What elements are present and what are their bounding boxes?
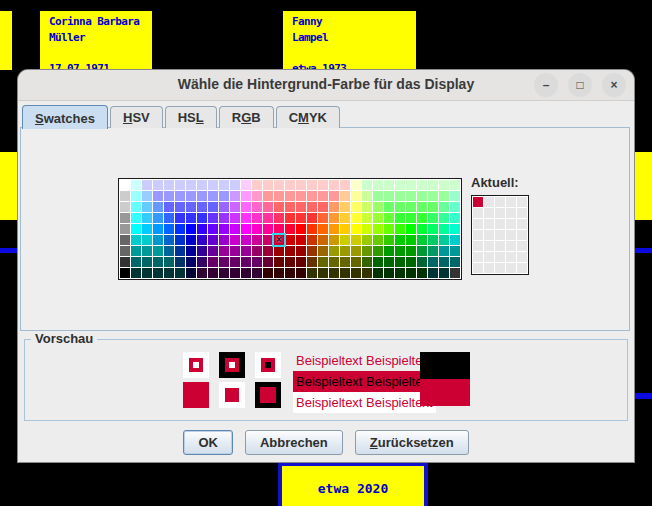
swatch-cell[interactable]: [274, 268, 284, 278]
swatch-cell[interactable]: [318, 213, 328, 223]
swatch-cell[interactable]: [296, 246, 306, 256]
swatch-cell[interactable]: [131, 224, 141, 234]
swatch-cell[interactable]: [406, 246, 416, 256]
swatch-cell[interactable]: [186, 246, 196, 256]
swatch-cell[interactable]: [142, 213, 152, 223]
swatch-cell[interactable]: [395, 246, 405, 256]
recent-swatch-cell[interactable]: [473, 230, 483, 240]
swatch-cell[interactable]: [450, 246, 460, 256]
swatch-cell[interactable]: [164, 224, 174, 234]
recent-swatch-cell[interactable]: [484, 219, 494, 229]
swatch-cell[interactable]: [175, 213, 185, 223]
swatch-cell[interactable]: [428, 257, 438, 267]
swatch-cell[interactable]: [329, 268, 339, 278]
swatch-cell[interactable]: [197, 213, 207, 223]
swatch-cell[interactable]: [384, 191, 394, 201]
swatch-cell[interactable]: [230, 246, 240, 256]
swatch-cell[interactable]: [362, 202, 372, 212]
swatch-cell[interactable]: [186, 180, 196, 190]
swatch-cell[interactable]: [153, 191, 163, 201]
swatch-cell[interactable]: [340, 257, 350, 267]
swatch-cell[interactable]: [318, 257, 328, 267]
swatch-cell[interactable]: [395, 268, 405, 278]
swatch-cell[interactable]: [450, 191, 460, 201]
recent-swatch-cell[interactable]: [484, 197, 494, 207]
swatch-cell[interactable]: [395, 191, 405, 201]
swatch-cell[interactable]: [318, 268, 328, 278]
swatch-cell[interactable]: [274, 246, 284, 256]
swatch-cell[interactable]: [351, 202, 361, 212]
swatch-cell[interactable]: [318, 246, 328, 256]
swatch-cell[interactable]: [318, 235, 328, 245]
swatch-cell[interactable]: [208, 180, 218, 190]
swatch-cell[interactable]: [329, 246, 339, 256]
recent-swatch-cell[interactable]: [506, 208, 516, 218]
person-box-fanny[interactable]: FannyLampel etwa 1973: [283, 11, 416, 70]
swatch-cell[interactable]: [197, 246, 207, 256]
swatch-cell[interactable]: [219, 180, 229, 190]
swatch-cell[interactable]: [120, 268, 130, 278]
swatch-cell[interactable]: [417, 180, 427, 190]
swatch-cell[interactable]: [351, 268, 361, 278]
ok-button[interactable]: OK: [183, 430, 233, 455]
swatch-cell[interactable]: [131, 246, 141, 256]
swatch-cell[interactable]: [186, 235, 196, 245]
swatch-cell[interactable]: [241, 224, 251, 234]
swatch-cell[interactable]: [373, 224, 383, 234]
swatch-cell[interactable]: [351, 213, 361, 223]
swatch-cell[interactable]: [153, 180, 163, 190]
swatch-cell[interactable]: [142, 246, 152, 256]
swatch-cell[interactable]: [439, 202, 449, 212]
swatch-cell[interactable]: [307, 235, 317, 245]
swatch-cell[interactable]: [318, 202, 328, 212]
swatch-cell[interactable]: [307, 191, 317, 201]
recent-swatch-cell[interactable]: [506, 252, 516, 262]
swatch-cell[interactable]: [164, 180, 174, 190]
swatch-cell[interactable]: [230, 235, 240, 245]
swatch-cell[interactable]: [164, 191, 174, 201]
recent-swatch-cell[interactable]: [517, 263, 527, 273]
swatch-cell[interactable]: [362, 235, 372, 245]
swatch-cell[interactable]: [142, 180, 152, 190]
swatch-cell[interactable]: [263, 213, 273, 223]
swatch-cell[interactable]: [252, 191, 262, 201]
swatch-cell[interactable]: [417, 246, 427, 256]
swatch-cell[interactable]: [417, 268, 427, 278]
swatch-cell[interactable]: [340, 191, 350, 201]
swatch-cell[interactable]: [340, 268, 350, 278]
swatch-cell[interactable]: [318, 191, 328, 201]
swatch-cell[interactable]: [252, 257, 262, 267]
swatch-cell[interactable]: [131, 202, 141, 212]
swatch-cell[interactable]: [373, 268, 383, 278]
swatch-cell[interactable]: [285, 191, 295, 201]
swatch-cell[interactable]: [329, 213, 339, 223]
swatch-cell[interactable]: [263, 202, 273, 212]
recent-swatch-cell[interactable]: [517, 208, 527, 218]
recent-swatch-cell[interactable]: [495, 219, 505, 229]
swatch-cell[interactable]: [384, 180, 394, 190]
swatch-cell[interactable]: [175, 191, 185, 201]
swatch-cell[interactable]: [296, 257, 306, 267]
swatch-cell[interactable]: [142, 268, 152, 278]
swatch-cell[interactable]: [406, 180, 416, 190]
swatch-cell[interactable]: [439, 268, 449, 278]
swatch-cell[interactable]: [307, 180, 317, 190]
swatch-cell[interactable]: [395, 235, 405, 245]
swatch-cell[interactable]: [296, 235, 306, 245]
swatch-cell[interactable]: [263, 224, 273, 234]
swatch-cell[interactable]: [373, 257, 383, 267]
swatch-cell[interactable]: [450, 202, 460, 212]
swatch-cell[interactable]: [263, 235, 273, 245]
swatch-cell[interactable]: [351, 235, 361, 245]
recent-swatch-cell[interactable]: [473, 263, 483, 273]
recent-swatch-cell[interactable]: [473, 208, 483, 218]
swatch-cell[interactable]: [219, 213, 229, 223]
swatch-cell[interactable]: [197, 235, 207, 245]
swatch-cell[interactable]: [230, 191, 240, 201]
swatch-cell[interactable]: [241, 268, 251, 278]
swatch-cell[interactable]: [219, 235, 229, 245]
recent-swatch-cell[interactable]: [473, 219, 483, 229]
swatch-cell[interactable]: [175, 202, 185, 212]
swatch-cell[interactable]: [274, 180, 284, 190]
swatch-cell[interactable]: [120, 224, 130, 234]
